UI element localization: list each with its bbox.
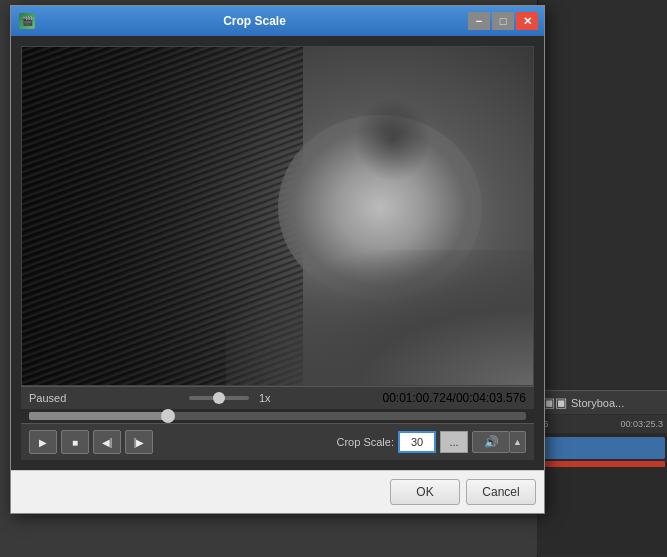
crop-scale-label: Crop Scale: <box>337 436 394 448</box>
storyboard-icon: ▣▣ <box>543 395 567 410</box>
prev-icon: ◀| <box>102 437 113 448</box>
time-display: 00:01:00.724 / 00:04:03.576 <box>383 391 527 405</box>
crop-scale-dialog: 🎬 Crop Scale − □ ✕ Paused <box>10 5 545 514</box>
speed-control: 1x <box>185 392 277 404</box>
status-bar: Paused 1x 00:01:00.724 / 00:04:03.576 <box>21 386 534 409</box>
video-preview <box>21 46 534 386</box>
play-button[interactable]: ▶ <box>29 430 57 454</box>
cancel-button[interactable]: Cancel <box>466 479 536 505</box>
volume-button[interactable]: 🔊 <box>472 431 510 453</box>
seek-progress <box>29 412 168 420</box>
film-icon: 🎬 <box>19 13 35 29</box>
storyboard-text: Storyboa... <box>571 397 624 409</box>
crop-scale-dots-button[interactable]: ... <box>440 431 468 453</box>
nose-shadow <box>354 98 431 183</box>
dialog-titlebar[interactable]: 🎬 Crop Scale − □ ✕ <box>11 6 544 36</box>
crop-scale-controls: Crop Scale: ... 🔊 ▲ <box>337 431 526 453</box>
transport-controls: ▶ ■ ◀| |▶ <box>29 430 153 454</box>
next-icon: |▶ <box>134 437 145 448</box>
bottom-controls: ▶ ■ ◀| |▶ Crop Scale: ... 🔊 <box>21 423 534 460</box>
face-shadow <box>226 250 533 385</box>
dialog-footer: OK Cancel <box>11 470 544 513</box>
titlebar-buttons: − □ ✕ <box>468 12 538 30</box>
current-time: 00:01:00.724 <box>383 391 453 405</box>
next-frame-button[interactable]: |▶ <box>125 430 153 454</box>
total-time: 00:04:03.576 <box>456 391 526 405</box>
timeline-track-main[interactable] <box>539 437 665 459</box>
timeline-track-sub <box>539 461 665 467</box>
dialog-title: Crop Scale <box>41 14 468 28</box>
crop-scale-input[interactable] <box>398 431 436 453</box>
seek-bar[interactable] <box>29 412 526 420</box>
volume-icon: 🔊 <box>484 435 499 449</box>
speed-thumb[interactable] <box>213 392 225 404</box>
maximize-button[interactable]: □ <box>492 12 514 30</box>
seek-thumb[interactable] <box>161 409 175 423</box>
chevron-up-icon: ▲ <box>513 437 522 447</box>
stop-button[interactable]: ■ <box>61 430 89 454</box>
speed-slider[interactable] <box>189 396 249 400</box>
video-canvas <box>22 47 533 385</box>
volume-control: 🔊 ▲ <box>472 431 526 453</box>
playback-status: Paused <box>29 392 79 404</box>
timeline-area: .6 00:03:25.3 <box>537 415 667 555</box>
sidebar-right: ▣▣ Storyboa... .6 00:03:25.3 <box>537 0 667 557</box>
storyboard-panel: ▣▣ Storyboa... <box>537 390 667 414</box>
minimize-button[interactable]: − <box>468 12 490 30</box>
play-icon: ▶ <box>39 437 47 448</box>
seek-bar-container[interactable] <box>21 409 534 423</box>
prev-frame-button[interactable]: ◀| <box>93 430 121 454</box>
ruler-right: 00:03:25.3 <box>620 419 663 429</box>
volume-dropdown-arrow[interactable]: ▲ <box>510 431 526 453</box>
stop-icon: ■ <box>72 437 78 448</box>
close-button[interactable]: ✕ <box>516 12 538 30</box>
speed-label: 1x <box>259 392 271 404</box>
storyboard-label: ▣▣ Storyboa... <box>537 391 667 414</box>
timeline-ruler: .6 00:03:25.3 <box>537 415 667 433</box>
dialog-body: Paused 1x 00:01:00.724 / 00:04:03.576 <box>11 36 544 470</box>
ok-button[interactable]: OK <box>390 479 460 505</box>
